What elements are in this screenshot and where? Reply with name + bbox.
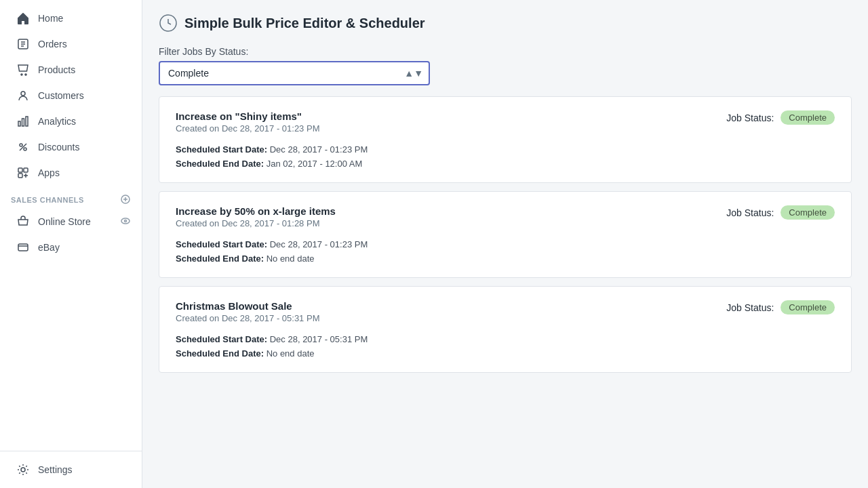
svg-rect-6 xyxy=(26,117,28,126)
sidebar: Home Orders Products Customers Analytics… xyxy=(0,0,142,488)
job-card-3-header: Christmas Blowout Sale Created on Dec 28… xyxy=(176,300,835,323)
products-icon xyxy=(16,63,30,77)
job-3-start-label: Scheduled Start Date: xyxy=(176,334,267,344)
sidebar-item-analytics[interactable]: Analytics xyxy=(5,109,136,134)
job-2-start-value: Dec 28, 2017 - 01:23 PM xyxy=(270,239,368,249)
job-1-end-label: Scheduled End Date: xyxy=(176,159,264,169)
filter-select[interactable]: All Complete Pending Failed xyxy=(159,61,430,85)
svg-point-13 xyxy=(121,218,130,224)
analytics-icon xyxy=(16,115,30,128)
settings-icon xyxy=(16,463,30,476)
svg-point-3 xyxy=(21,92,25,96)
discounts-icon xyxy=(16,140,30,154)
job-3-dates: Scheduled Start Date: Dec 28, 2017 - 05:… xyxy=(176,334,835,359)
sidebar-item-online-store[interactable]: Online Store xyxy=(5,209,115,234)
job-2-end-label: Scheduled End Date: xyxy=(176,253,264,264)
job-2-created: Created on Dec 28, 2017 - 01:28 PM xyxy=(176,218,336,228)
job-3-title: Christmas Blowout Sale xyxy=(176,300,319,312)
svg-rect-5 xyxy=(22,119,24,126)
job-1-status-label: Job Status: xyxy=(726,113,774,123)
job-3-end-value: No end date xyxy=(267,348,315,359)
customers-icon xyxy=(16,89,30,102)
svg-point-1 xyxy=(21,74,22,75)
filter-section: Filter Jobs By Status: All Complete Pend… xyxy=(159,46,852,85)
job-2-info: Increase by 50% on x-large items Created… xyxy=(176,205,336,228)
svg-rect-15 xyxy=(18,244,28,251)
job-2-title: Increase by 50% on x-large items xyxy=(176,205,336,217)
main-content: Simple Bulk Price Editor & Scheduler Fil… xyxy=(142,0,868,488)
sidebar-item-analytics-label: Analytics xyxy=(38,116,76,127)
sidebar-item-customers-label: Customers xyxy=(38,90,84,101)
job-1-end-value: Jan 02, 2017 - 12:00 AM xyxy=(267,159,363,169)
job-card-1: Increase on "Shiny items" Created on Dec… xyxy=(159,96,852,183)
job-1-start-label: Scheduled Start Date: xyxy=(176,144,267,155)
sidebar-item-apps-label: Apps xyxy=(38,167,60,178)
sidebar-item-apps[interactable]: Apps xyxy=(5,161,136,185)
job-card-2: Increase by 50% on x-large items Created… xyxy=(159,191,852,278)
svg-rect-9 xyxy=(18,168,22,172)
online-store-icon xyxy=(16,215,30,228)
online-store-row: Online Store xyxy=(0,209,142,235)
job-2-end-value: No end date xyxy=(267,253,315,264)
sidebar-item-orders[interactable]: Orders xyxy=(5,32,136,56)
job-3-status-label: Job Status: xyxy=(726,302,774,313)
sidebar-item-ebay[interactable]: eBay xyxy=(5,235,136,260)
job-3-end-date: Scheduled End Date: No end date xyxy=(176,348,835,359)
sidebar-item-orders-label: Orders xyxy=(38,39,67,49)
orders-icon xyxy=(16,37,30,51)
page-header: Simple Bulk Price Editor & Scheduler xyxy=(159,14,852,33)
ebay-icon xyxy=(16,241,30,254)
sidebar-item-discounts-label: Discounts xyxy=(38,142,79,152)
job-1-created: Created on Dec 28, 2017 - 01:23 PM xyxy=(176,123,319,134)
job-1-start-date: Scheduled Start Date: Dec 28, 2017 - 01:… xyxy=(176,144,835,155)
home-icon xyxy=(16,12,30,25)
job-1-info: Increase on "Shiny items" Created on Dec… xyxy=(176,110,319,134)
sidebar-item-products[interactable]: Products xyxy=(5,58,136,82)
online-store-label: Online Store xyxy=(38,216,91,227)
filter-select-wrapper: All Complete Pending Failed ▲▼ xyxy=(159,61,430,85)
job-2-status-label: Job Status: xyxy=(726,207,774,218)
svg-point-2 xyxy=(25,74,26,75)
job-card-1-header: Increase on "Shiny items" Created on Dec… xyxy=(176,110,835,134)
job-1-dates: Scheduled Start Date: Dec 28, 2017 - 01:… xyxy=(176,144,835,169)
sidebar-item-discounts[interactable]: Discounts xyxy=(5,135,136,159)
svg-point-16 xyxy=(21,468,25,472)
sidebar-item-home[interactable]: Home xyxy=(5,6,136,30)
job-1-status-badge: Complete xyxy=(781,110,835,125)
job-2-start-label: Scheduled Start Date: xyxy=(176,239,267,249)
eye-icon[interactable] xyxy=(115,210,136,234)
job-2-status-badge: Complete xyxy=(781,205,835,220)
job-3-status-section: Job Status: Complete xyxy=(726,300,835,314)
job-2-status-section: Job Status: Complete xyxy=(726,205,835,220)
settings-label: Settings xyxy=(38,464,73,475)
ebay-label: eBay xyxy=(38,242,60,253)
job-1-start-value: Dec 28, 2017 - 01:23 PM xyxy=(270,144,368,155)
job-card-3: Christmas Blowout Sale Created on Dec 28… xyxy=(159,286,852,373)
apps-icon xyxy=(16,166,30,180)
job-3-info: Christmas Blowout Sale Created on Dec 28… xyxy=(176,300,319,323)
sidebar-item-settings[interactable]: Settings xyxy=(5,458,136,482)
filter-label: Filter Jobs By Status: xyxy=(159,46,852,57)
job-2-start-date: Scheduled Start Date: Dec 28, 2017 - 01:… xyxy=(176,239,835,249)
job-1-status-section: Job Status: Complete xyxy=(726,110,835,125)
job-3-end-label: Scheduled End Date: xyxy=(176,348,264,359)
svg-rect-10 xyxy=(24,168,28,172)
svg-point-14 xyxy=(125,220,127,222)
job-3-created: Created on Dec 28, 2017 - 05:31 PM xyxy=(176,313,319,323)
add-channel-icon[interactable] xyxy=(120,194,131,206)
sidebar-item-customers[interactable]: Customers xyxy=(5,83,136,108)
sidebar-item-products-label: Products xyxy=(38,64,75,75)
job-3-start-value: Dec 28, 2017 - 05:31 PM xyxy=(270,334,368,344)
svg-point-7 xyxy=(20,144,22,146)
job-2-dates: Scheduled Start Date: Dec 28, 2017 - 01:… xyxy=(176,239,835,264)
job-3-start-date: Scheduled Start Date: Dec 28, 2017 - 05:… xyxy=(176,334,835,344)
sales-channels-label: SALES CHANNELS xyxy=(11,196,84,204)
job-card-2-header: Increase by 50% on x-large items Created… xyxy=(176,205,835,228)
job-3-status-badge: Complete xyxy=(781,300,835,314)
job-2-end-date: Scheduled End Date: No end date xyxy=(176,253,835,264)
sidebar-item-home-label: Home xyxy=(38,13,63,24)
sales-channels-section: SALES CHANNELS xyxy=(0,186,142,209)
svg-rect-4 xyxy=(18,121,20,126)
svg-rect-11 xyxy=(18,174,22,178)
sidebar-bottom: Settings xyxy=(0,451,142,483)
